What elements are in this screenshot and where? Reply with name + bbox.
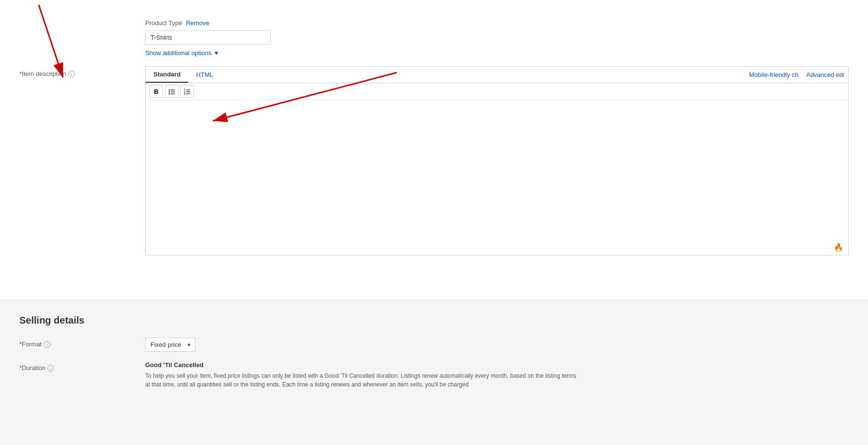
- resize-handle[interactable]: 🔥: [834, 243, 843, 252]
- bold-button[interactable]: B: [150, 85, 163, 98]
- svg-rect-5: [171, 89, 175, 90]
- svg-point-8: [169, 93, 170, 95]
- format-select[interactable]: Fixed price Auction: [145, 338, 195, 352]
- numbered-list-button[interactable]: 1. 2. 3.: [180, 85, 194, 98]
- duration-info-icon[interactable]: i: [47, 365, 54, 371]
- bullet-list-button[interactable]: [165, 85, 179, 98]
- svg-text:3.: 3.: [184, 92, 186, 95]
- svg-rect-15: [186, 93, 190, 94]
- mobile-friendly-link[interactable]: Mobile-friendly ch: [749, 71, 798, 78]
- selling-details-title: Selling details: [19, 315, 849, 326]
- editor-body[interactable]: 🔥: [146, 100, 848, 255]
- item-description-label: *Item description: [19, 70, 66, 77]
- remove-link[interactable]: Remove: [186, 19, 209, 27]
- svg-rect-9: [171, 93, 175, 94]
- item-description-info-icon[interactable]: i: [68, 71, 75, 77]
- show-additional-options-link[interactable]: Show additional options ▼: [145, 49, 849, 57]
- svg-point-6: [169, 91, 170, 93]
- tab-html[interactable]: HTML: [188, 67, 221, 82]
- svg-rect-7: [171, 91, 175, 92]
- format-label: *Format: [19, 341, 42, 348]
- duration-value: Good 'Til Cancelled: [145, 361, 581, 369]
- duration-label: *Duration: [19, 364, 45, 371]
- svg-point-4: [169, 89, 170, 91]
- product-type-input[interactable]: [145, 30, 271, 44]
- format-info-icon[interactable]: i: [44, 341, 50, 348]
- advanced-edit-link[interactable]: Advanced edi: [806, 71, 844, 78]
- svg-rect-11: [186, 89, 190, 90]
- duration-description: To help you sell your item, fixed price …: [145, 371, 581, 389]
- svg-rect-13: [186, 91, 190, 92]
- tab-standard[interactable]: Standard: [146, 67, 188, 83]
- chevron-down-icon: ▼: [213, 50, 219, 57]
- product-type-label: Product Type: [145, 19, 182, 27]
